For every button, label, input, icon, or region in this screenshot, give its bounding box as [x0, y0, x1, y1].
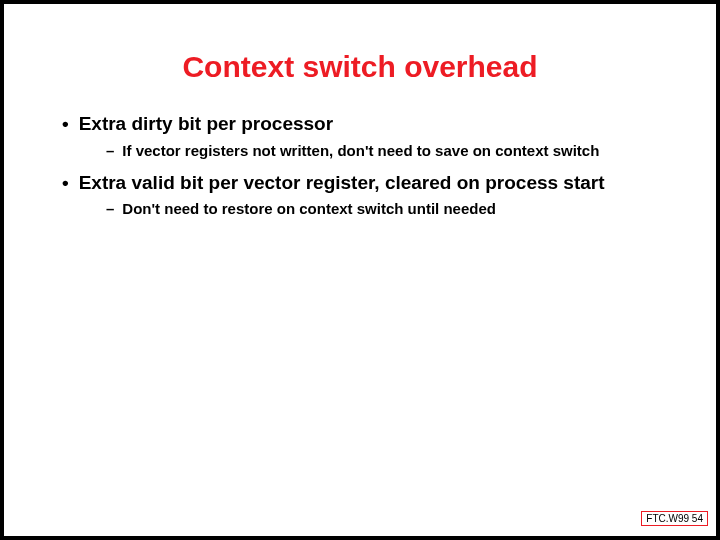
slide-title: Context switch overhead — [44, 50, 676, 84]
bullet-dot-icon: • — [62, 171, 69, 195]
bullet-dot-icon: • — [62, 112, 69, 136]
bullet-text: Extra dirty bit per processor — [79, 112, 333, 136]
slide-footer: FTC.W99 54 — [641, 511, 708, 526]
bullet-dash-icon: – — [106, 142, 114, 161]
bullet-level2: – If vector registers not written, don't… — [106, 142, 676, 161]
bullet-level2: – Don't need to restore on context switc… — [106, 200, 676, 219]
bullet-text: Don't need to restore on context switch … — [122, 200, 496, 219]
bullet-text: Extra valid bit per vector register, cle… — [79, 171, 605, 195]
bullet-level1: • Extra dirty bit per processor — [62, 112, 676, 136]
bullet-list: • Extra dirty bit per processor – If vec… — [44, 112, 676, 219]
bullet-dash-icon: – — [106, 200, 114, 219]
bullet-text: If vector registers not written, don't n… — [122, 142, 599, 161]
bullet-level1: • Extra valid bit per vector register, c… — [62, 171, 676, 195]
slide: Context switch overhead • Extra dirty bi… — [4, 4, 716, 536]
